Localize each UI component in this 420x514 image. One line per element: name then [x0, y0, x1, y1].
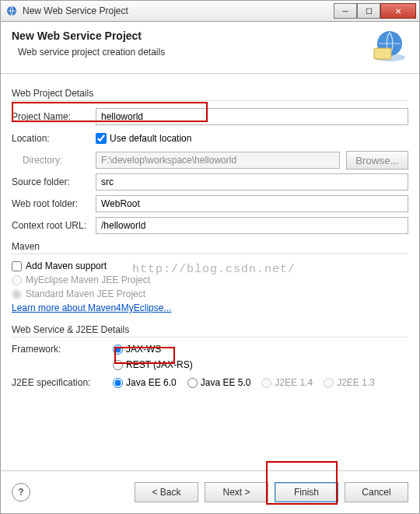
add-maven-label: Add Maven support: [26, 260, 107, 271]
context-url-label: Context root URL:: [12, 220, 96, 231]
cancel-button[interactable]: Cancel: [345, 482, 408, 502]
svg-rect-3: [374, 48, 391, 59]
j2ee-13-label: J2EE 1.3: [337, 377, 375, 388]
j2ee-14-label: J2EE 1.4: [275, 377, 313, 388]
help-button[interactable]: ?: [12, 483, 30, 502]
context-url-row: Context root URL:: [12, 216, 408, 235]
wizard-header: New Web Service Project Web service proj…: [1, 22, 419, 73]
back-button[interactable]: < Back: [135, 482, 198, 502]
j2ee-5-row: Java EE 5.0: [187, 377, 251, 388]
j2ee-row: J2EE specification: Java EE 6.0 Java EE …: [12, 373, 408, 392]
app-icon: [5, 5, 18, 17]
directory-row: Directory: Browse...: [12, 151, 408, 170]
j2ee-6-row: Java EE 6.0: [113, 377, 177, 388]
finish-button[interactable]: Finish: [275, 482, 338, 502]
framework-jaxws-radio[interactable]: [113, 344, 123, 355]
page-subtitle: Web service project creation details: [12, 47, 371, 58]
maven-myeclipse-radio: [12, 275, 22, 285]
project-name-input[interactable]: [96, 108, 408, 125]
window-buttons: ─ ☐ ✕: [334, 3, 416, 19]
window-title: New Web Service Project: [23, 5, 334, 16]
web-root-row: Web root folder:: [12, 194, 408, 213]
maximize-button[interactable]: ☐: [357, 3, 380, 19]
j2ee-5-label: Java EE 5.0: [201, 377, 251, 388]
framework-jaxws-label: JAX-WS: [126, 344, 161, 355]
directory-input: [96, 152, 340, 169]
framework-jaxws-row: JAX-WS: [113, 344, 408, 355]
j2ee-13-row: J2EE 1.3: [324, 377, 375, 388]
globe-icon: [371, 30, 408, 62]
wizard-body: New Web Service Project Web service proj…: [0, 22, 420, 514]
web-root-input[interactable]: [96, 195, 408, 212]
maven-standard-radio: [12, 289, 22, 299]
j2ee-6-radio[interactable]: [113, 378, 123, 388]
location-label: Location:: [12, 133, 96, 144]
use-default-location-checkbox[interactable]: [96, 133, 107, 144]
source-folder-input[interactable]: [96, 173, 408, 191]
web-root-label: Web root folder:: [12, 198, 96, 209]
project-name-label: Project Name:: [12, 111, 96, 122]
framework-row: Framework: JAX-WS REST (JAX-RS): [12, 344, 408, 370]
source-folder-label: Source folder:: [12, 177, 96, 187]
group-label-ws: Web Service & J2EE Details: [12, 324, 408, 335]
group-label-details: Web Project Details: [12, 88, 408, 99]
source-folder-row: Source folder:: [12, 173, 408, 191]
j2ee-6-label: Java EE 6.0: [126, 377, 177, 388]
framework-label: Framework:: [12, 344, 113, 355]
maven-learn-row: Learn more about Maven4MyEclipse...: [12, 302, 408, 313]
maven-myeclipse-label: MyEclipse Maven JEE Project: [26, 274, 150, 285]
framework-rest-label: REST (JAX-RS): [126, 359, 193, 370]
use-default-location-label: Use default location: [110, 133, 191, 144]
maven-learn-link[interactable]: Learn more about Maven4MyEclipse...: [12, 302, 171, 313]
framework-rest-row: REST (JAX-RS): [113, 359, 408, 370]
j2ee-14-radio: [261, 378, 271, 388]
location-row: Location: Use default location: [12, 129, 408, 148]
framework-rest-radio[interactable]: [113, 360, 123, 370]
j2ee-label: J2EE specification:: [12, 377, 113, 388]
j2ee-13-radio: [324, 378, 334, 388]
maven-standard-row: Standard Maven JEE Project: [12, 288, 408, 299]
next-button[interactable]: Next >: [205, 482, 268, 502]
content-area: Web Project Details Project Name: Locati…: [1, 74, 419, 470]
browse-button: Browse...: [346, 151, 408, 170]
group-label-maven: Maven: [12, 241, 408, 252]
j2ee-14-row: J2EE 1.4: [261, 377, 313, 388]
titlebar[interactable]: New Web Service Project ─ ☐ ✕: [0, 0, 420, 22]
page-title: New Web Service Project: [12, 30, 371, 42]
context-url-input[interactable]: [96, 217, 408, 234]
project-name-row: Project Name:: [12, 107, 408, 126]
add-maven-row: Add Maven support: [12, 260, 408, 271]
j2ee-5-radio[interactable]: [187, 378, 198, 388]
maven-myeclipse-row: MyEclipse Maven JEE Project: [12, 274, 408, 285]
close-button[interactable]: ✕: [380, 3, 416, 19]
maven-standard-label: Standard Maven JEE Project: [26, 288, 145, 299]
minimize-button[interactable]: ─: [334, 3, 357, 19]
add-maven-checkbox[interactable]: [12, 261, 22, 271]
directory-label: Directory:: [12, 155, 96, 166]
wizard-footer: ? < Back Next > Finish Cancel: [1, 470, 419, 513]
